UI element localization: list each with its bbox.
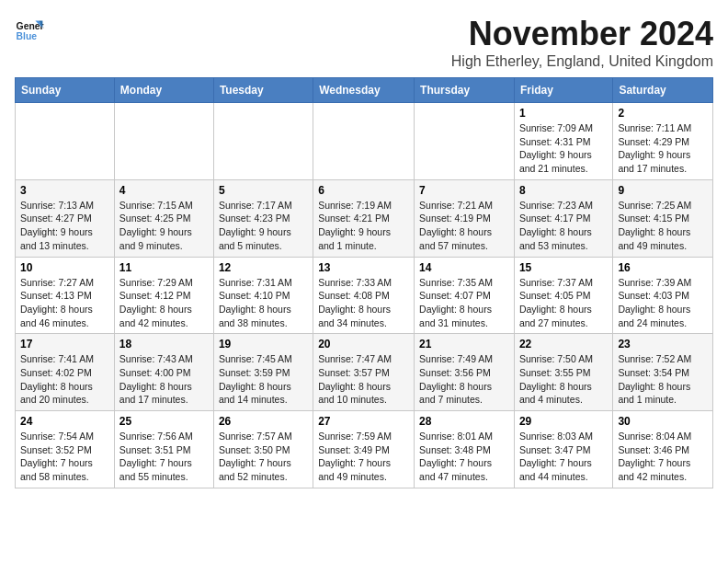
day-info: Sunrise: 7:35 AM Sunset: 4:07 PM Dayligh… (419, 276, 509, 330)
day-info: Sunrise: 7:29 AM Sunset: 4:12 PM Dayligh… (119, 276, 209, 330)
calendar-cell (213, 103, 313, 180)
calendar-cell: 4Sunrise: 7:15 AM Sunset: 4:25 PM Daylig… (114, 179, 213, 257)
day-number: 19 (219, 338, 308, 350)
day-info: Sunrise: 7:54 AM Sunset: 3:52 PM Dayligh… (20, 430, 109, 484)
header: General Blue November 2024 High Etherley… (15, 15, 713, 70)
day-info: Sunrise: 7:57 AM Sunset: 3:50 PM Dayligh… (219, 430, 308, 484)
calendar-cell: 1Sunrise: 7:09 AM Sunset: 4:31 PM Daylig… (514, 103, 612, 180)
calendar-cell (16, 103, 115, 180)
day-number: 20 (318, 338, 409, 350)
day-info: Sunrise: 7:41 AM Sunset: 4:02 PM Dayligh… (20, 352, 109, 407)
day-info: Sunrise: 7:09 AM Sunset: 4:31 PM Dayligh… (519, 121, 608, 176)
day-info: Sunrise: 7:59 AM Sunset: 3:49 PM Dayligh… (318, 430, 409, 484)
day-info: Sunrise: 7:39 AM Sunset: 4:03 PM Dayligh… (618, 276, 708, 330)
day-number: 2 (618, 107, 708, 120)
day-info: Sunrise: 7:47 AM Sunset: 3:57 PM Dayligh… (318, 352, 409, 407)
day-header-thursday: Thursday (415, 78, 515, 103)
calendar-cell: 2Sunrise: 7:11 AM Sunset: 4:29 PM Daylig… (613, 103, 713, 180)
day-number: 29 (519, 415, 608, 428)
day-number: 10 (20, 261, 109, 274)
calendar-cell: 27Sunrise: 7:59 AM Sunset: 3:49 PM Dayli… (313, 411, 415, 488)
day-number: 8 (519, 184, 608, 197)
calendar-cell: 26Sunrise: 7:57 AM Sunset: 3:50 PM Dayli… (213, 411, 313, 488)
day-number: 14 (419, 261, 509, 274)
calendar-cell: 11Sunrise: 7:29 AM Sunset: 4:12 PM Dayli… (114, 257, 213, 334)
day-info: Sunrise: 7:56 AM Sunset: 3:51 PM Dayligh… (119, 430, 209, 484)
title-area: November 2024 High Etherley, England, Un… (451, 15, 713, 70)
day-number: 24 (20, 415, 109, 428)
day-header-tuesday: Tuesday (213, 78, 313, 103)
day-number: 23 (618, 338, 708, 350)
day-number: 3 (20, 184, 109, 197)
day-number: 27 (318, 415, 409, 428)
calendar-cell: 19Sunrise: 7:45 AM Sunset: 3:59 PM Dayli… (213, 334, 313, 411)
day-number: 7 (419, 184, 509, 197)
calendar-cell: 29Sunrise: 8:03 AM Sunset: 3:47 PM Dayli… (514, 411, 612, 488)
calendar-cell: 10Sunrise: 7:27 AM Sunset: 4:13 PM Dayli… (16, 257, 115, 334)
day-number: 28 (419, 415, 509, 428)
calendar-cell: 14Sunrise: 7:35 AM Sunset: 4:07 PM Dayli… (415, 257, 515, 334)
day-info: Sunrise: 7:15 AM Sunset: 4:25 PM Dayligh… (119, 199, 209, 253)
calendar-cell: 18Sunrise: 7:43 AM Sunset: 4:00 PM Dayli… (114, 334, 213, 411)
day-header-friday: Friday (514, 78, 612, 103)
svg-text:Blue: Blue (17, 31, 38, 41)
calendar-cell: 7Sunrise: 7:21 AM Sunset: 4:19 PM Daylig… (415, 179, 515, 257)
week-row-4: 17Sunrise: 7:41 AM Sunset: 4:02 PM Dayli… (16, 334, 713, 411)
day-header-monday: Monday (114, 78, 213, 103)
day-info: Sunrise: 7:31 AM Sunset: 4:10 PM Dayligh… (219, 276, 308, 330)
day-number: 21 (419, 338, 509, 350)
calendar-cell (415, 103, 515, 180)
header-row: SundayMondayTuesdayWednesdayThursdayFrid… (16, 78, 713, 103)
day-number: 25 (119, 415, 209, 428)
calendar-cell: 6Sunrise: 7:19 AM Sunset: 4:21 PM Daylig… (313, 179, 415, 257)
day-info: Sunrise: 7:49 AM Sunset: 3:56 PM Dayligh… (419, 352, 509, 407)
calendar-cell (114, 103, 213, 180)
logo-icon: General Blue (15, 15, 44, 44)
day-header-wednesday: Wednesday (313, 78, 415, 103)
day-number: 12 (219, 261, 308, 274)
day-info: Sunrise: 7:25 AM Sunset: 4:15 PM Dayligh… (618, 199, 708, 253)
day-info: Sunrise: 7:33 AM Sunset: 4:08 PM Dayligh… (318, 276, 409, 330)
calendar-cell: 21Sunrise: 7:49 AM Sunset: 3:56 PM Dayli… (415, 334, 515, 411)
day-number: 30 (618, 415, 708, 428)
day-info: Sunrise: 7:43 AM Sunset: 4:00 PM Dayligh… (119, 352, 209, 407)
day-info: Sunrise: 7:23 AM Sunset: 4:17 PM Dayligh… (519, 199, 608, 253)
day-number: 15 (519, 261, 608, 274)
calendar-table: SundayMondayTuesdayWednesdayThursdayFrid… (15, 77, 713, 488)
day-info: Sunrise: 7:52 AM Sunset: 3:54 PM Dayligh… (618, 352, 708, 407)
day-number: 13 (318, 261, 409, 274)
day-header-sunday: Sunday (16, 78, 115, 103)
week-row-3: 10Sunrise: 7:27 AM Sunset: 4:13 PM Dayli… (16, 257, 713, 334)
calendar-cell: 5Sunrise: 7:17 AM Sunset: 4:23 PM Daylig… (213, 179, 313, 257)
calendar-cell: 30Sunrise: 8:04 AM Sunset: 3:46 PM Dayli… (613, 411, 713, 488)
day-number: 1 (519, 107, 608, 120)
day-number: 5 (219, 184, 308, 197)
calendar-cell: 15Sunrise: 7:37 AM Sunset: 4:05 PM Dayli… (514, 257, 612, 334)
calendar-cell: 12Sunrise: 7:31 AM Sunset: 4:10 PM Dayli… (213, 257, 313, 334)
calendar-cell: 25Sunrise: 7:56 AM Sunset: 3:51 PM Dayli… (114, 411, 213, 488)
week-row-5: 24Sunrise: 7:54 AM Sunset: 3:52 PM Dayli… (16, 411, 713, 488)
location: High Etherley, England, United Kingdom (451, 53, 713, 70)
week-row-1: 1Sunrise: 7:09 AM Sunset: 4:31 PM Daylig… (16, 103, 713, 180)
calendar-cell: 22Sunrise: 7:50 AM Sunset: 3:55 PM Dayli… (514, 334, 612, 411)
calendar-cell: 9Sunrise: 7:25 AM Sunset: 4:15 PM Daylig… (613, 179, 713, 257)
day-info: Sunrise: 8:04 AM Sunset: 3:46 PM Dayligh… (618, 430, 708, 484)
calendar-cell: 13Sunrise: 7:33 AM Sunset: 4:08 PM Dayli… (313, 257, 415, 334)
day-info: Sunrise: 8:01 AM Sunset: 3:48 PM Dayligh… (419, 430, 509, 484)
day-info: Sunrise: 7:17 AM Sunset: 4:23 PM Dayligh… (219, 199, 308, 253)
day-number: 22 (519, 338, 608, 350)
day-number: 17 (20, 338, 109, 350)
day-info: Sunrise: 7:45 AM Sunset: 3:59 PM Dayligh… (219, 352, 308, 407)
day-number: 16 (618, 261, 708, 274)
week-row-2: 3Sunrise: 7:13 AM Sunset: 4:27 PM Daylig… (16, 179, 713, 257)
day-info: Sunrise: 7:13 AM Sunset: 4:27 PM Dayligh… (20, 199, 109, 253)
calendar-cell: 17Sunrise: 7:41 AM Sunset: 4:02 PM Dayli… (16, 334, 115, 411)
calendar-cell: 16Sunrise: 7:39 AM Sunset: 4:03 PM Dayli… (613, 257, 713, 334)
day-number: 18 (119, 338, 209, 350)
month-title: November 2024 (451, 15, 713, 53)
calendar-cell: 3Sunrise: 7:13 AM Sunset: 4:27 PM Daylig… (16, 179, 115, 257)
calendar-cell: 23Sunrise: 7:52 AM Sunset: 3:54 PM Dayli… (613, 334, 713, 411)
day-info: Sunrise: 7:19 AM Sunset: 4:21 PM Dayligh… (318, 199, 409, 253)
day-number: 11 (119, 261, 209, 274)
day-number: 4 (119, 184, 209, 197)
